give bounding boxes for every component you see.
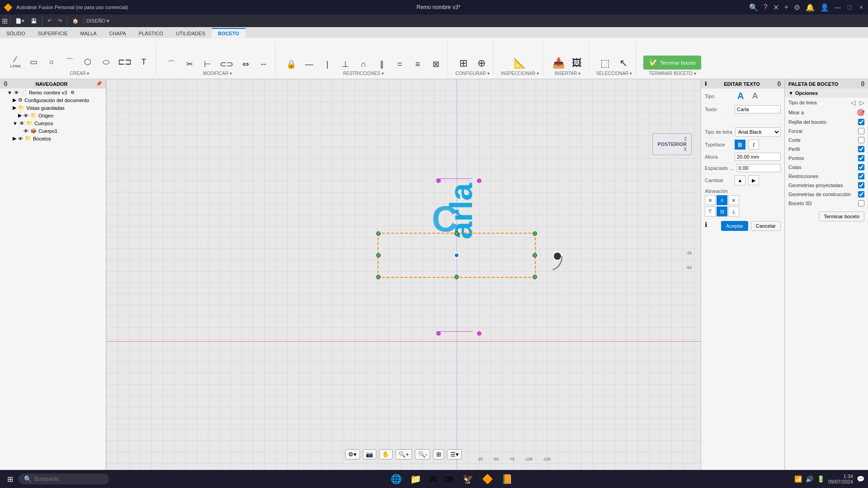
- anchor-bottom-left[interactable]: [436, 331, 441, 336]
- view-settings-btn[interactable]: ⚙▾: [345, 449, 360, 460]
- palette-expand-icon[interactable]: ⟨⟩: [861, 81, 864, 87]
- geom-proy-checkbox[interactable]: [858, 182, 864, 188]
- handle-bl[interactable]: [376, 275, 381, 279]
- taskbar-app6-icon[interactable]: 📙: [499, 472, 515, 486]
- italic-btn[interactable]: I: [748, 140, 759, 150]
- taskbar-fusion-icon[interactable]: 🔶: [479, 472, 496, 486]
- icon-insertar[interactable]: 📥: [550, 57, 567, 70]
- icon-poligono[interactable]: ⬡: [80, 56, 96, 67]
- cotas-checkbox[interactable]: [858, 164, 864, 170]
- taskbar-files-icon[interactable]: 📁: [407, 472, 424, 486]
- rejilla-checkbox[interactable]: [858, 119, 864, 125]
- icon-tangente[interactable]: ∩: [355, 59, 372, 70]
- nav-eye3-icon[interactable]: 👁: [19, 121, 24, 126]
- align-middle-btn[interactable]: ⊟: [717, 206, 727, 216]
- puntos-checkbox[interactable]: [858, 155, 864, 161]
- anchor-top-right[interactable]: [477, 178, 481, 183]
- cancelar-btn[interactable]: Cancelar: [751, 221, 781, 231]
- cambiar-up-btn[interactable]: ▲: [735, 175, 745, 185]
- minimize-btn[interactable]: —: [835, 4, 841, 10]
- geom-const-checkbox[interactable]: [858, 191, 864, 197]
- tab-superficie[interactable]: SUPERFICIE: [32, 29, 74, 38]
- altura-input[interactable]: [735, 153, 781, 161]
- align-top-btn[interactable]: ⊤: [705, 206, 716, 216]
- icon-extender[interactable]: ⊢: [199, 59, 216, 70]
- redo-btn[interactable]: ↷: [55, 15, 65, 26]
- align-left-btn[interactable]: ≡: [705, 195, 716, 205]
- bold-btn[interactable]: B: [735, 140, 745, 150]
- view-display-btn[interactable]: ☰▾: [447, 449, 462, 460]
- icon-fijar[interactable]: 🔒: [283, 59, 299, 70]
- info-btn[interactable]: ℹ: [705, 221, 707, 231]
- nav-item-cuerpos[interactable]: ▼ 👁 📁 Cuerpos: [0, 119, 106, 127]
- add-tab-icon[interactable]: +: [784, 3, 788, 11]
- view-zoom-out-btn[interactable]: 🔍-: [415, 449, 430, 460]
- handle-br[interactable]: [533, 275, 537, 279]
- help-icon[interactable]: ?: [764, 3, 768, 11]
- taskbar-clock[interactable]: 1:34 09/07/2024: [828, 474, 853, 484]
- icon-texto[interactable]: T: [136, 56, 152, 67]
- icon-filete[interactable]: ⌒: [163, 59, 179, 70]
- grid-menu-icon[interactable]: ⊞: [2, 17, 8, 25]
- icon-insertar2[interactable]: 🖼: [569, 57, 585, 70]
- tab-utilidades[interactable]: UTILIDADES: [170, 29, 212, 38]
- taskbar-wifi-icon[interactable]: 📶: [794, 475, 802, 483]
- nav-eye-icon[interactable]: 👁: [14, 90, 19, 95]
- orientation-cube[interactable]: Z POSTERIOR X: [652, 133, 692, 155]
- tipo-linea-icon2[interactable]: ▷: [859, 99, 864, 106]
- home-btn[interactable]: 🏠: [70, 15, 81, 26]
- taskbar-notification-icon[interactable]: 💬: [857, 475, 864, 483]
- taskbar-search-input[interactable]: [34, 476, 102, 482]
- corte-checkbox[interactable]: [858, 137, 864, 143]
- viewport[interactable]: Z POSTERIOR X C arla: [106, 79, 701, 470]
- perfil-checkbox[interactable]: [858, 146, 864, 152]
- anchor-top-left[interactable]: [436, 178, 441, 183]
- tab-malla[interactable]: MALLA: [74, 29, 103, 38]
- restricciones-checkbox[interactable]: [858, 173, 864, 179]
- icon-horiz[interactable]: —: [301, 59, 317, 70]
- search-icon[interactable]: 🔍: [749, 3, 758, 12]
- texto-input[interactable]: [735, 105, 781, 113]
- nav-eye2-icon[interactable]: 👁: [24, 113, 28, 118]
- text-style-A-normal[interactable]: A: [749, 90, 760, 102]
- icon-igual[interactable]: =: [392, 59, 408, 70]
- tab-solido[interactable]: SÓLIDO: [0, 29, 32, 38]
- icon-inspeccionar[interactable]: 📐: [511, 57, 528, 70]
- icon-offset[interactable]: ⊂⊃: [217, 59, 236, 70]
- aceptar-btn[interactable]: Aceptar: [721, 221, 748, 231]
- align-right-btn[interactable]: ≡: [728, 195, 739, 205]
- icon-simetria[interactable]: ⇔: [237, 59, 254, 70]
- close-tab-icon[interactable]: ✕: [773, 3, 779, 12]
- taskbar-sound-icon[interactable]: 🔊: [806, 475, 813, 483]
- panel-expand-icon[interactable]: ⟨⟩: [777, 81, 781, 87]
- terminar-boceto-btn[interactable]: ✅ Terminar boceto: [643, 56, 701, 70]
- view-grid-btn[interactable]: ⊞: [433, 449, 444, 460]
- taskbar-mail-icon[interactable]: ✉: [427, 472, 440, 486]
- icon-recortar[interactable]: ✂: [181, 59, 198, 70]
- icon-simetrico[interactable]: ≡: [410, 59, 426, 70]
- nav-eye5-icon[interactable]: 👁: [18, 136, 23, 141]
- icon-linea[interactable]: ∕Línea: [7, 54, 24, 70]
- viewport-text-object[interactable]: C arla: [432, 201, 458, 237]
- handle-bm[interactable]: [454, 275, 459, 279]
- forzar-checkbox[interactable]: [858, 128, 864, 134]
- tab-plastico[interactable]: PLÁSTICO: [132, 29, 170, 38]
- handle-tl[interactable]: [376, 231, 381, 236]
- icon-arco[interactable]: ⌒: [61, 56, 78, 67]
- align-center-btn[interactable]: ≡: [717, 195, 727, 205]
- taskbar-store-icon[interactable]: 🛍: [443, 472, 457, 486]
- tab-chapa[interactable]: CHAPA: [103, 29, 132, 38]
- nav-item-config[interactable]: ▶ ⚙ Configuración del documento: [0, 96, 106, 104]
- mirar-a-icon[interactable]: 🎯: [857, 109, 864, 116]
- handle-tm[interactable]: [454, 231, 459, 236]
- text-style-A-bold[interactable]: A: [735, 90, 746, 102]
- nav-item-origen[interactable]: ▶ 👁 📁 Origen: [0, 112, 106, 119]
- view-pan-btn[interactable]: ✋: [379, 449, 392, 460]
- icon-circulo[interactable]: ○: [43, 56, 60, 67]
- icon-bloquear[interactable]: ⊠: [428, 59, 444, 70]
- icon-cursor[interactable]: ↖: [615, 57, 632, 70]
- save-btn[interactable]: 💾: [28, 15, 40, 26]
- icon-configurar2[interactable]: ⊕: [473, 57, 490, 70]
- boceto3d-checkbox[interactable]: [858, 200, 864, 206]
- settings-icon[interactable]: ⚙: [794, 3, 800, 12]
